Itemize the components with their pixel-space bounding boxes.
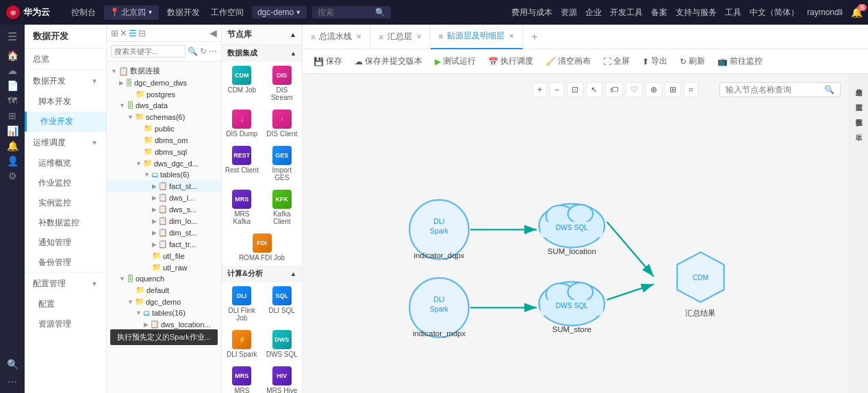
node-item-dli-spark[interactable]: ⚡ DLI Spark (222, 326, 262, 362)
nav-section-data-dev[interactable]: 数据开发 ▼ (25, 70, 106, 92)
sidebar-icon-gear[interactable]: ⚙ (8, 170, 17, 181)
sidebar-icon-home[interactable]: 🏠 (7, 50, 18, 61)
tree-icon1[interactable]: ⊞ (111, 28, 118, 38)
nav-search[interactable]: 🔍 (312, 6, 391, 18)
node-item-import-ges[interactable]: GES Import GES (262, 142, 303, 186)
nav-item-overview[interactable]: 总览 (25, 49, 106, 70)
select-btn[interactable]: ↖ (586, 82, 602, 97)
node-item-cdm[interactable]: CDM CDM Job (222, 62, 262, 105)
node-item-dli-flink[interactable]: DLI DLI Flink Job (222, 282, 262, 326)
nav-resources[interactable]: 资源 (561, 7, 577, 18)
nav-item-ops-overview[interactable]: 运维概览 (25, 153, 106, 173)
tree-node-utl-file[interactable]: 📁 utl_file (107, 250, 221, 262)
tree-node-dbms-sql[interactable]: 📁 dbms_sql (107, 146, 221, 157)
canvas-search-input[interactable] (726, 85, 821, 94)
tree-icon3[interactable]: ☰ (129, 28, 137, 38)
sidebar-icon-monitor[interactable]: 📊 (7, 125, 18, 136)
tree-node-tables16[interactable]: ▼ 🗂 tables(16) (107, 307, 221, 318)
nav-toolbox[interactable]: 工具 (725, 7, 741, 18)
nav-cost[interactable]: 费用与成本 (511, 7, 552, 18)
nav-user[interactable]: raymondli (807, 8, 843, 17)
tree-collapse-icon[interactable]: ◀ (209, 27, 217, 38)
tree-node-dim-lo[interactable]: ▶ 📋 dim_lo... (107, 215, 221, 227)
tree-node-fact-st[interactable]: ▶ 📋 fact_st... (107, 180, 221, 192)
nav-item-job[interactable]: 作业开发 (25, 112, 106, 131)
tab-detail[interactable]: ≡ 贴源层及明细层 ✕ (431, 25, 523, 49)
node-lib-header[interactable]: 节点库 ▲ (222, 25, 302, 45)
nav-workspace[interactable]: 工作空间 (205, 7, 249, 18)
nav-section-ops[interactable]: 运维调度 ▼ (25, 131, 106, 153)
save-button[interactable]: 💾 保存 (308, 54, 348, 68)
node-item-mrs-kafka[interactable]: MRS MRS Kafka (222, 186, 262, 229)
tab-add-button[interactable]: + (523, 31, 546, 43)
tree-node-postgres[interactable]: 📁 postgres (107, 88, 221, 100)
tree-node-dws-data[interactable]: ▼ 🗄 dws_data (107, 100, 221, 111)
tag-btn[interactable]: 🏷 (605, 82, 623, 97)
tree-icon4[interactable]: ⊟ (138, 28, 146, 38)
tree-node-dws-dgc[interactable]: ▼ 📁 dws_dgc_d... (107, 157, 221, 169)
canvas-search-icon[interactable]: 🔍 (824, 85, 834, 94)
tree-node-default[interactable]: 📁 default (107, 284, 221, 296)
tree-node-dgc-demo[interactable]: ▼ 📁 dgc_demo (107, 296, 221, 307)
nav-lang[interactable]: 中文（简体） (750, 7, 799, 18)
tab-pipeline[interactable]: ≡ 总流水线 ✕ (303, 25, 370, 49)
right-panel-item-schedule[interactable]: 调度配置 (854, 94, 865, 103)
nav-enterprise[interactable]: 企业 (585, 7, 602, 18)
tree-node-schemas[interactable]: ▼ 📁 schemas(6) (107, 111, 221, 123)
tree-more-icon[interactable]: ⋯ (209, 47, 217, 56)
nav-devtools[interactable]: 开发工具 (610, 7, 643, 18)
node-item-kafka-client[interactable]: KFK Kafka Client (262, 186, 303, 229)
tab-detail-close[interactable]: ✕ (509, 32, 514, 40)
tab-pipeline-close[interactable]: ✕ (356, 33, 361, 40)
tree-search-input[interactable] (111, 45, 186, 58)
nav-item-backup[interactable]: 备份管理 (25, 253, 106, 272)
exec-schedule-button[interactable]: 📅 执行调度 (483, 54, 539, 68)
sidebar-icon-grid[interactable]: ⊞ (8, 110, 16, 121)
node-connect-btn[interactable]: ⊞ (665, 82, 681, 97)
test-run-button[interactable]: ▶ 测试运行 (429, 54, 481, 68)
layout-btn[interactable]: ⌗ (684, 82, 698, 97)
sidebar-icon-more[interactable]: ⋯ (8, 377, 17, 388)
sidebar-icon-bell[interactable]: 🔔 (7, 140, 18, 151)
heart-btn[interactable]: ♡ (626, 82, 643, 97)
sidebar-icon-map[interactable]: 🗺 (8, 95, 17, 106)
tree-node-fact-tr[interactable]: ▶ 📋 fact_tr... (107, 238, 221, 250)
section-compute-header[interactable]: 计算&分析 ▲ (222, 266, 302, 282)
nav-item-config[interactable]: 配置 (25, 294, 106, 314)
tree-refresh-icon[interactable]: ↻ (200, 47, 207, 56)
node-item-mrs-hive-sql[interactable]: HIV MRS Hive SQL (262, 362, 303, 393)
nav-item-notify[interactable]: 通知管理 (25, 233, 106, 253)
tree-node-connections[interactable]: ▼ 📋 数据连接 (107, 64, 221, 77)
tree-node-dws-location[interactable]: ▶ 📋 dws_location... (107, 318, 221, 330)
nav-section-config[interactable]: 配置管理 ▼ (25, 272, 106, 294)
save-submit-button[interactable]: ☁ 保存并提交版本 (349, 54, 428, 68)
tree-search-icon[interactable]: 🔍 (188, 47, 198, 56)
node-item-roma-fdi[interactable]: FDI ROMA FDI Job (222, 229, 302, 266)
nav-item-job-monitor[interactable]: 作业监控 (25, 173, 106, 193)
nav-support[interactable]: 支持与服务 (676, 7, 717, 18)
node-item-dws-sql[interactable]: DWS DWS SQL (262, 326, 303, 362)
export-button[interactable]: ⬆ 导出 (637, 54, 673, 68)
canvas-main[interactable]: 🔍 + − ⊡ ↖ 🏷 ♡ ⊕ ⊞ ⌗ (303, 74, 849, 393)
sidebar-icon-cloud[interactable]: ☁ (8, 65, 17, 76)
nav-notifications[interactable]: 🔔 8 (851, 7, 863, 18)
nav-env-dropdown[interactable]: dgc-demo ▼ (252, 6, 307, 18)
node-item-dis-dump[interactable]: ↓ DIS Dump (222, 105, 262, 142)
zoom-in-btn[interactable]: + (533, 82, 547, 97)
sidebar-icon-search[interactable]: 🔍 (7, 359, 18, 370)
tab-summary[interactable]: ≡ 汇总层 ✕ (370, 25, 430, 49)
tree-node-dbms-om[interactable]: 📁 dbms_om (107, 134, 221, 146)
tab-summary-close[interactable]: ✕ (416, 33, 422, 40)
sidebar-icon-person[interactable]: 👤 (7, 155, 18, 166)
nav-item-script[interactable]: 脚本开发 (25, 92, 106, 112)
nav-item-data-monitor[interactable]: 补数据监控 (25, 213, 106, 233)
zoom-out-btn[interactable]: − (550, 82, 564, 97)
nav-archive[interactable]: 备案 (651, 7, 667, 18)
nav-data-dev[interactable]: 数据开发 (162, 7, 205, 18)
tree-icon2[interactable]: ✕ (120, 28, 127, 38)
tree-node-dws-l[interactable]: ▶ 📋 dws_l... (107, 192, 221, 203)
tree-node-dim-st[interactable]: ▶ 📋 dim_st... (107, 227, 221, 238)
refresh-button[interactable]: ↻ 刷新 (674, 54, 711, 68)
clear-canvas-button[interactable]: 🧹 清空画布 (540, 54, 596, 68)
section-integration-header[interactable]: 数据集成 ▲ (222, 45, 302, 62)
